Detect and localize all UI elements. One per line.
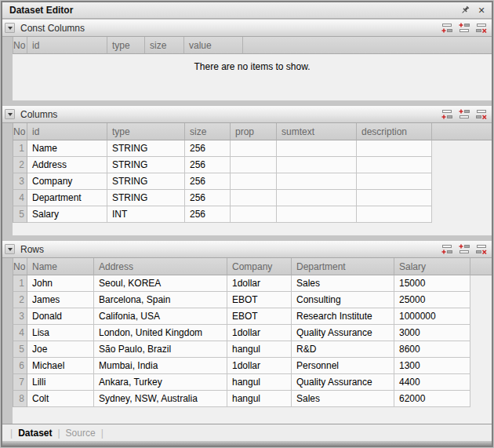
cell[interactable]: London, United Kingdom (94, 325, 227, 341)
row-number[interactable]: 7 (13, 374, 27, 391)
cell[interactable] (231, 140, 277, 157)
cell[interactable]: Department (27, 190, 107, 206)
delete-row-button[interactable] (474, 109, 488, 120)
cell[interactable]: Barcelona, Spain (94, 292, 227, 308)
row-number[interactable]: 1 (13, 275, 27, 292)
cell[interactable] (277, 206, 357, 223)
insert-row-button[interactable] (457, 109, 470, 120)
column-header-id[interactable]: id (27, 37, 107, 54)
cell[interactable]: 1300 (394, 358, 470, 374)
cell[interactable]: Research Institute (292, 308, 394, 325)
close-button[interactable]: ✕ (476, 5, 487, 16)
column-header-department[interactable]: Department (292, 258, 394, 275)
column-header-no[interactable]: No (13, 123, 27, 140)
column-header-company[interactable]: Company (227, 258, 292, 275)
add-row-button[interactable] (440, 244, 453, 255)
insert-row-button[interactable] (457, 244, 470, 255)
cell[interactable] (357, 190, 432, 206)
cell[interactable]: Salary (27, 206, 107, 223)
column-header-size[interactable]: size (145, 37, 184, 54)
cell[interactable]: 3000 (394, 325, 470, 341)
column-header-value[interactable]: value (184, 37, 243, 54)
cell[interactable]: 256 (185, 190, 231, 206)
cell[interactable]: Colt (27, 391, 94, 407)
column-header-no[interactable]: No (13, 258, 27, 275)
add-row-button[interactable] (440, 109, 453, 120)
cell[interactable] (277, 173, 357, 190)
column-header-address[interactable]: Address (94, 258, 227, 275)
cell[interactable]: John (27, 275, 94, 292)
cell[interactable]: Quality Assurance (292, 325, 394, 341)
cell[interactable]: Sales (292, 275, 394, 292)
cell[interactable]: Sydney, NSW, Australia (94, 391, 227, 407)
row-number[interactable]: 3 (13, 308, 27, 325)
tab-source[interactable]: Source (66, 428, 96, 439)
row-number[interactable]: 2 (13, 292, 27, 308)
column-header-id[interactable]: id (27, 123, 107, 140)
cell[interactable]: Califonia, USA (94, 308, 227, 325)
cell[interactable]: hangul (227, 374, 292, 391)
cell[interactable]: STRING (107, 140, 185, 157)
cell[interactable] (357, 140, 432, 157)
cell[interactable]: James (27, 292, 94, 308)
cell[interactable]: 1000000 (394, 308, 470, 325)
cell[interactable] (277, 157, 357, 173)
cell[interactable]: Joe (27, 341, 94, 358)
cell[interactable]: hangul (227, 391, 292, 407)
cell[interactable]: R&D (292, 341, 394, 358)
row-number[interactable]: 3 (13, 173, 27, 190)
cell[interactable]: 256 (185, 206, 231, 223)
cell[interactable]: Personnel (292, 358, 394, 374)
cell[interactable]: 62000 (394, 391, 470, 407)
cell[interactable]: 256 (185, 173, 231, 190)
cell[interactable] (231, 173, 277, 190)
cell[interactable] (231, 157, 277, 173)
column-header-name[interactable]: Name (27, 258, 94, 275)
cell[interactable]: STRING (107, 173, 185, 190)
row-number[interactable]: 2 (13, 157, 27, 173)
row-number[interactable]: 5 (13, 206, 27, 223)
cell[interactable]: Sales (292, 391, 394, 407)
row-number[interactable]: 8 (13, 391, 27, 407)
cell[interactable]: INT (107, 206, 185, 223)
cell[interactable]: Lilli (27, 374, 94, 391)
cell[interactable]: Company (27, 173, 107, 190)
column-header-description[interactable]: description (357, 123, 432, 140)
delete-row-button[interactable] (474, 244, 488, 255)
cell[interactable] (231, 190, 277, 206)
column-header-prop[interactable]: prop (231, 123, 277, 140)
cell[interactable] (277, 190, 357, 206)
column-header-salary[interactable]: Salary (394, 258, 470, 275)
column-header-type[interactable]: type (107, 37, 145, 54)
cell[interactable]: Lisa (27, 325, 94, 341)
cell[interactable]: 256 (185, 140, 231, 157)
cell[interactable]: Address (27, 157, 107, 173)
cell[interactable]: 1dollar (227, 275, 292, 292)
row-number[interactable]: 4 (13, 190, 27, 206)
cell[interactable]: hangul (227, 341, 292, 358)
cell[interactable]: EBOT (227, 308, 292, 325)
cell[interactable]: 15000 (394, 275, 470, 292)
cell[interactable]: Mumbai, India (94, 358, 227, 374)
cell[interactable]: Ankara, Turkey (94, 374, 227, 391)
cell[interactable] (357, 157, 432, 173)
cell[interactable]: 4400 (394, 374, 470, 391)
cell[interactable]: Donald (27, 308, 94, 325)
row-number[interactable]: 4 (13, 325, 27, 341)
collapse-button[interactable] (5, 109, 15, 119)
cell[interactable] (357, 206, 432, 223)
cell[interactable]: Seoul, KOREA (94, 275, 227, 292)
cell[interactable]: 256 (185, 157, 231, 173)
cell[interactable]: Michael (27, 358, 94, 374)
cell[interactable]: 1dollar (227, 358, 292, 374)
cell[interactable] (277, 140, 357, 157)
collapse-button[interactable] (5, 23, 15, 33)
cell[interactable]: STRING (107, 157, 185, 173)
pin-button[interactable] (459, 5, 470, 16)
column-header-no[interactable]: No (13, 37, 27, 54)
insert-row-button[interactable] (457, 23, 470, 34)
column-header-type[interactable]: type (107, 123, 185, 140)
cell[interactable]: STRING (107, 190, 185, 206)
cell[interactable] (231, 206, 277, 223)
cell[interactable]: EBOT (227, 292, 292, 308)
